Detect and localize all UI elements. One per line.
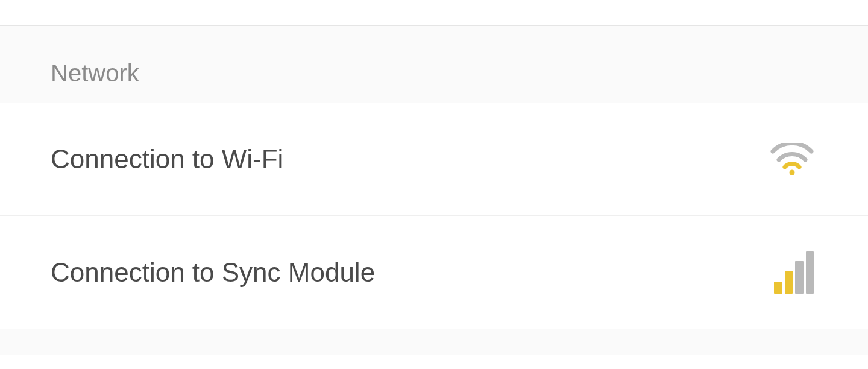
signal-bars-icon [774, 251, 814, 294]
section-title: Network [51, 60, 868, 87]
section-footer [0, 329, 868, 355]
section-header: Network [0, 25, 868, 103]
signal-bar-3 [795, 261, 804, 294]
list-item-wifi[interactable]: Connection to Wi-Fi [0, 103, 868, 216]
list-item-label: Connection to Sync Module [51, 257, 375, 288]
top-spacer [0, 0, 868, 25]
svg-point-0 [790, 169, 795, 175]
wifi-icon [770, 143, 814, 175]
signal-bar-4 [806, 251, 814, 294]
signal-bar-1 [774, 282, 782, 294]
list-item-label: Connection to Wi-Fi [51, 144, 283, 174]
list-item-sync-module[interactable]: Connection to Sync Module [0, 216, 868, 329]
signal-bar-2 [785, 271, 793, 294]
